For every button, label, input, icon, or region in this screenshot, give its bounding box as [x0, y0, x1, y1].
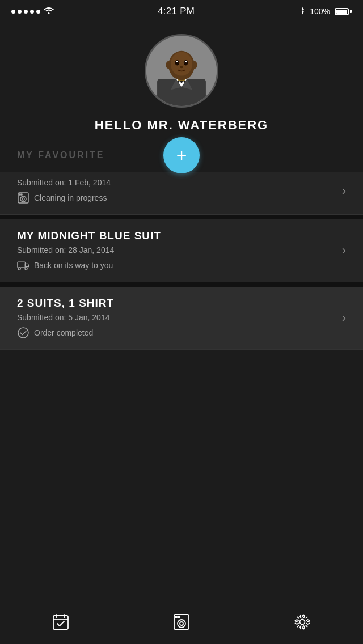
- signal-dot-5: [36, 10, 40, 14]
- order-date-2: Submitted on: 28 Jan, 2014: [17, 245, 336, 255]
- check-circle-icon: [17, 327, 29, 339]
- svg-point-17: [180, 66, 183, 68]
- gear-icon: [292, 612, 313, 632]
- chevron-icon-2: ›: [342, 243, 346, 258]
- order-content-1: Submitted on: 1 Feb, 2014 Cleaning in pr…: [17, 178, 336, 204]
- orders-list: Submitted on: 1 Feb, 2014 Cleaning in pr…: [0, 172, 363, 350]
- section-label: MY FAVOURITE: [17, 150, 105, 160]
- svg-point-15: [176, 62, 178, 63]
- svg-rect-24: [21, 194, 22, 195]
- svg-point-26: [18, 268, 20, 270]
- svg-point-22: [22, 198, 24, 200]
- svg-point-36: [180, 622, 183, 625]
- section-separator-1: [0, 215, 363, 219]
- calendar-check-icon: [50, 612, 71, 632]
- washer-nav-icon: [171, 612, 192, 632]
- svg-point-39: [300, 619, 305, 624]
- order-content-3: 2 SUITS, 1 SHIRT Submitted on: 5 Jan, 20…: [17, 297, 336, 339]
- order-content-2: MY MIDNIGHT BLUE SUIT Submitted on: 28 J…: [17, 230, 336, 272]
- status-text-2: Back on its way to you: [34, 261, 113, 270]
- status-bar-left: [11, 6, 54, 16]
- order-card-3[interactable]: 2 SUITS, 1 SHIRT Submitted on: 5 Jan, 20…: [0, 287, 363, 350]
- signal-dot-3: [24, 10, 28, 14]
- svg-rect-30: [53, 616, 68, 629]
- signal-dots: [11, 10, 40, 14]
- svg-rect-23: [19, 194, 20, 195]
- order-card-2[interactable]: MY MIDNIGHT BLUE SUIT Submitted on: 28 J…: [0, 219, 363, 282]
- svg-point-19: [192, 61, 197, 69]
- svg-point-16: [185, 62, 187, 63]
- status-bar-right: 100%: [298, 6, 352, 17]
- status-text-3: Order completed: [34, 328, 93, 337]
- chevron-icon-1: ›: [342, 184, 346, 198]
- bottom-nav: [0, 599, 363, 644]
- order-status-3: Order completed: [17, 327, 336, 339]
- truck-icon: [17, 259, 29, 272]
- nav-item-orders[interactable]: [39, 606, 82, 638]
- order-date-3: Submitted on: 5 Jan, 2014: [17, 313, 336, 322]
- svg-point-21: [20, 196, 26, 202]
- svg-rect-1: [157, 79, 206, 108]
- svg-point-29: [18, 328, 28, 338]
- svg-point-27: [25, 268, 27, 270]
- greeting-text: HELLO MR. WATERBERG: [95, 118, 268, 133]
- order-title-3: 2 SUITS, 1 SHIRT: [17, 297, 336, 310]
- battery-icon: [335, 8, 352, 15]
- plus-icon: +: [176, 146, 187, 164]
- order-card-1[interactable]: Submitted on: 1 Feb, 2014 Cleaning in pr…: [0, 172, 363, 215]
- svg-point-18: [166, 61, 171, 69]
- order-title-2: MY MIDNIGHT BLUE SUIT: [17, 230, 336, 242]
- fab-section: MY FAVOURITE +: [0, 138, 363, 172]
- status-bar: 4:21 PM 100%: [0, 0, 363, 23]
- svg-point-35: [178, 620, 185, 628]
- status-text-1: Cleaning in progress: [34, 193, 107, 202]
- svg-point-10: [171, 52, 192, 76]
- status-time: 4:21 PM: [158, 6, 195, 17]
- order-status-2: Back on its way to you: [17, 259, 336, 272]
- nav-item-settings[interactable]: [281, 606, 324, 638]
- signal-dot-2: [18, 10, 22, 14]
- section-separator-2: [0, 282, 363, 287]
- add-order-button[interactable]: +: [163, 137, 200, 173]
- nav-item-laundry[interactable]: [160, 606, 203, 638]
- battery-pct-label: 100%: [310, 7, 330, 16]
- order-status-1: Cleaning in progress: [17, 192, 336, 204]
- svg-rect-37: [175, 616, 177, 618]
- signal-dot-4: [30, 10, 34, 14]
- chevron-icon-3: ›: [342, 311, 346, 325]
- order-date-1: Submitted on: 1 Feb, 2014: [17, 178, 336, 187]
- signal-dot-1: [11, 10, 15, 14]
- avatar: [145, 34, 218, 108]
- bluetooth-icon: [298, 6, 305, 17]
- profile-section: HELLO MR. WATERBERG MY FAVOURITE +: [0, 23, 363, 172]
- svg-point-5: [180, 80, 183, 83]
- svg-rect-25: [18, 262, 26, 268]
- svg-rect-38: [178, 616, 180, 618]
- washer-icon-1: [17, 192, 29, 204]
- wifi-icon: [44, 6, 54, 16]
